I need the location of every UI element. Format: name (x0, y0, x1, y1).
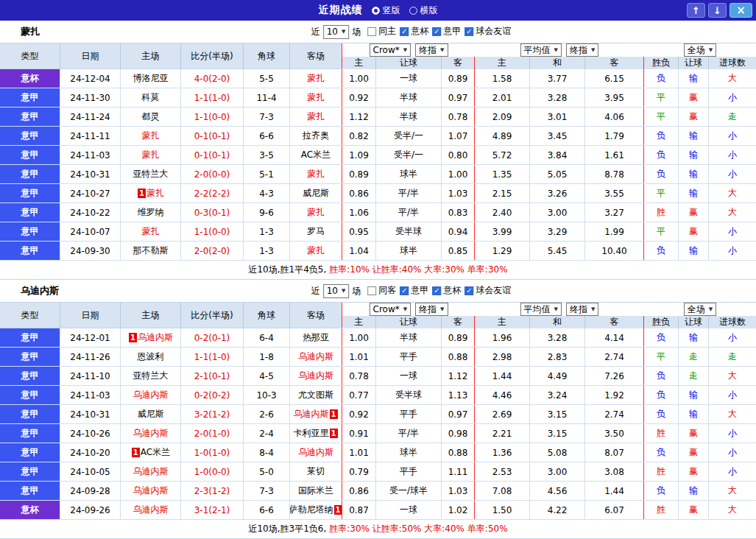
away-team-cell: 乌迪内斯 (290, 348, 342, 366)
result-cell: 胜 (644, 501, 679, 519)
eu-away-odds: 6.15 (585, 69, 644, 88)
scope-select[interactable]: 全场 ▼ (684, 303, 716, 316)
away-team-name: 尤文图斯 (298, 389, 333, 401)
goals-result-cell: 小 (709, 127, 756, 145)
home-team-name: 博洛尼亚 (133, 72, 169, 85)
result-cell: 平 (644, 108, 679, 126)
score-cell: 2-0(1-0) (181, 424, 244, 443)
close-button[interactable]: × (729, 3, 752, 18)
view-option-vertical[interactable]: 竖版 (372, 4, 400, 17)
scope-select[interactable]: 全场 ▼ (684, 43, 716, 57)
ah-home-odds: 1.12 (342, 108, 376, 126)
ah-away-odds: 1.03 (442, 482, 475, 500)
handicap-result-cell: 赢 (679, 424, 709, 443)
goals-result-cell: 小 (709, 443, 756, 462)
record-text: 近10场,胜1平4负5, (248, 264, 326, 276)
away-team-name: 乌迪内斯 (298, 446, 333, 459)
match-row: 意甲24-10-201AC米兰1-0(1-0)8-4乌迪内斯1.01球半0.88… (0, 443, 756, 462)
league-filter-checkbox[interactable]: 意杯 (400, 25, 428, 38)
handicap-cell: 球半 (376, 242, 442, 260)
away-team-cell: 萨勒尼塔纳1 (290, 501, 342, 519)
column-header: 主场 (121, 43, 181, 68)
away-team-name: 蒙扎 (307, 168, 325, 180)
ah-home-odds: 0.86 (342, 184, 376, 202)
corners-cell: 3-5 (244, 146, 290, 164)
view-option-horizontal[interactable]: 横版 (409, 4, 438, 17)
goals-result-cell: 小 (709, 222, 756, 241)
eu-draw-odds: 3.15 (530, 424, 585, 443)
eu-odds-time-select[interactable]: 终指 ▼ (566, 43, 598, 57)
scroll-down-button[interactable]: ↓ (708, 3, 727, 18)
home-team-cell: 科莫 (121, 88, 181, 107)
handicap-cell: 受半球 (376, 386, 442, 404)
date-cell: 24-11-24 (60, 108, 121, 126)
ah-home-odds: 1.00 (342, 69, 376, 88)
league-filter-checkbox[interactable]: 同客 (367, 284, 396, 297)
eu-odds-source-select[interactable]: 平均值 ▼ (520, 303, 562, 316)
handicap-result-cell: 走 (679, 367, 709, 385)
ah-home-odds: 0.89 (342, 165, 376, 183)
date-cell: 24-11-03 (60, 146, 121, 164)
up-arrow-icon: ↑ (692, 5, 700, 16)
result-cell: 负 (644, 69, 679, 88)
league-filter-checkbox[interactable]: 球会友谊 (464, 284, 511, 297)
date-cell: 24-09-28 (60, 482, 121, 500)
eu-away-odds: 3.08 (585, 462, 644, 481)
match-row: 意甲24-11-24都灵1-1(0-0)7-3蒙扎1.12半球0.782.093… (0, 108, 756, 127)
eu-away-odds: 4.06 (585, 108, 644, 126)
eu-draw-odds: 5.45 (530, 242, 585, 260)
home-team-name: 亚特兰大 (133, 370, 169, 382)
ah-odds-time-select[interactable]: 终指 ▼ (415, 303, 448, 316)
match-row: 意甲24-11-30科莫1-1(1-0)11-4蒙扎0.92半球0.972.01… (0, 88, 756, 108)
handicap-result-cell: 输 (679, 386, 709, 404)
handicap-result-cell: 走 (679, 348, 709, 366)
away-team-cell: 尤文图斯 (290, 386, 342, 404)
date-cell: 24-12-04 (60, 69, 121, 88)
result-cell: 负 (644, 127, 679, 145)
match-row: 意甲24-12-011乌迪内斯0-2(0-1)6-4热那亚1.00半球0.891… (0, 328, 756, 348)
eu-odds-time-select[interactable]: 终指 ▼ (566, 303, 598, 316)
match-row: 意甲24-10-05乌迪内斯1-0(0-0)5-0莱切0.79平手1.112.5… (0, 462, 756, 482)
league-filter-checkbox[interactable]: 意杯 (432, 284, 461, 297)
ah-away-odds: 0.85 (442, 242, 475, 260)
league-filter-checkbox[interactable]: 同主 (367, 25, 396, 38)
league-filter-checkbox[interactable]: 球会友谊 (464, 25, 511, 38)
eu-home-odds: 3.99 (475, 222, 530, 241)
scroll-up-button[interactable]: ↑ (687, 3, 705, 18)
corners-cell: 4-3 (244, 184, 290, 202)
match-row: 意甲24-10-26乌迪内斯2-0(1-0)2-4卡利亚里10.91平/半0.9… (0, 424, 756, 443)
match-row: 意甲24-11-26恩波利1-1(1-0)1-8乌迪内斯1.01平手0.882.… (0, 348, 756, 367)
ah-home-odds: 0.78 (342, 367, 376, 385)
ah-home-odds: 1.01 (342, 443, 376, 462)
score-cell: 0-2(0-1) (181, 328, 244, 347)
away-team-cell: 威尼斯 (290, 184, 342, 202)
chevron-down-icon: ▼ (440, 307, 444, 312)
red-card-badge: 1 (330, 409, 338, 419)
games-count-select[interactable]: 10 ▼ (323, 284, 350, 298)
column-header: 胜负 (644, 57, 679, 69)
ah-odds-time-select[interactable]: 终指 ▼ (415, 43, 448, 57)
eu-home-odds: 2.40 (475, 203, 530, 222)
result-cell: 负 (644, 482, 679, 500)
league-badge: 意甲 (0, 88, 60, 107)
titlebar-actions: ↑ ↓ × (687, 3, 752, 18)
league-badge: 意杯 (0, 501, 60, 519)
eu-away-odds: 3.27 (585, 203, 644, 222)
league-filter-checkbox[interactable]: 意甲 (432, 25, 461, 38)
eu-draw-odds: 3.01 (530, 108, 585, 126)
ah-odds-source-select[interactable]: Crow* ▼ (370, 303, 411, 316)
rates-text: 胜率:10% 让胜率:40% 大率:30% 单率:30% (329, 264, 507, 276)
corners-cell: 2-4 (244, 424, 290, 443)
ah-odds-source-select[interactable]: Crow* ▼ (370, 43, 411, 57)
goals-result-cell: 小 (709, 386, 756, 404)
down-arrow-icon: ↓ (713, 5, 721, 16)
eu-odds-source-select[interactable]: 平均值 ▼ (520, 43, 562, 57)
corners-cell: 6-6 (244, 127, 290, 145)
ah-away-odds: 1.02 (442, 501, 475, 519)
games-count-select[interactable]: 10 ▼ (323, 25, 350, 39)
handicap-result-cell: 输 (679, 127, 709, 145)
select-value: 终指 (419, 303, 437, 316)
league-filter-checkbox[interactable]: 意甲 (400, 284, 428, 297)
handicap-result-cell: 输 (679, 69, 709, 88)
eu-home-odds: 4.46 (475, 386, 530, 404)
